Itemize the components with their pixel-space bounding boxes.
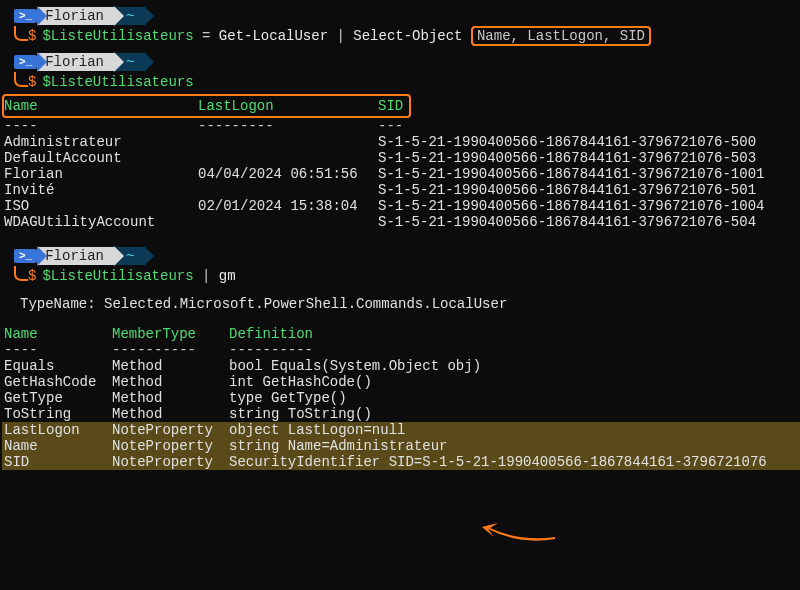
assign-op: =: [194, 28, 219, 44]
cell-type: Method: [112, 374, 229, 390]
cell-type: Method: [112, 358, 229, 374]
cell-name: Invité: [4, 182, 198, 198]
prompt-user: Florian: [37, 53, 114, 71]
cell-sid: S-1-5-21-1990400566-1867844161-379672107…: [378, 182, 756, 198]
table-row: WDAGUtilityAccountS-1-5-21-1990400566-18…: [2, 214, 800, 230]
underline: ---------: [198, 118, 378, 134]
underline: ---: [378, 118, 403, 134]
cell-name: GetHashCode: [4, 374, 112, 390]
underline: ----: [4, 118, 198, 134]
col-header-definition: Definition: [229, 326, 313, 342]
prompt-segments: >_ Florian ~: [14, 246, 800, 266]
col-header-name: Name: [4, 98, 198, 114]
prompt-connector-icon: [14, 26, 28, 46]
cell-name: Name: [4, 438, 112, 454]
col-header-membertype: MemberType: [112, 326, 229, 342]
powershell-badge-icon: >_: [14, 249, 37, 263]
cmdlet-1: Get-LocalUser: [219, 28, 328, 44]
table-row-highlighted: SIDNotePropertySecurityIdentifier SID=S-…: [2, 454, 800, 470]
prompt-dollar: $: [28, 268, 36, 284]
separator-icon: [37, 6, 47, 26]
cell-name: LastLogon: [4, 422, 112, 438]
prompt-user: Florian: [37, 7, 114, 25]
separator-icon: [37, 246, 47, 266]
prompt-segments: >_ Florian ~: [14, 52, 800, 72]
table-underline: ---- ---------- ----------: [2, 342, 800, 358]
cell-lastlogon: [198, 134, 378, 150]
cmdlet-gm: gm: [219, 268, 236, 284]
annotation-arrow-icon: [480, 517, 560, 551]
cell-sid: S-1-5-21-1990400566-1867844161-379672107…: [378, 166, 764, 182]
select-params: Name, LastLogon, SID: [477, 28, 645, 44]
table-row: InvitéS-1-5-21-1990400566-1867844161-379…: [2, 182, 800, 198]
prompt-dollar: $: [28, 74, 36, 90]
prompt-user: Florian: [37, 247, 114, 265]
table-row: EqualsMethodbool Equals(System.Object ob…: [2, 358, 800, 374]
cell-name: DefaultAccount: [4, 150, 198, 166]
cell-def: SecurityIdentifier SID=S-1-5-21-19904005…: [229, 454, 767, 470]
cell-def: string ToString(): [229, 406, 372, 422]
pipe-op: |: [328, 28, 353, 44]
table-row: ToStringMethodstring ToString(): [2, 406, 800, 422]
underline: ----------: [112, 342, 229, 358]
cell-type: Method: [112, 390, 229, 406]
cell-name: WDAGUtilityAccount: [4, 214, 198, 230]
prompt-block-1: >_ Florian ~ $ $ListeUtilisateurs = Get-…: [0, 6, 800, 46]
col-header-name: Name: [4, 326, 112, 342]
cell-type: Method: [112, 406, 229, 422]
cell-def: string Name=Administrateur: [229, 438, 447, 454]
command-line-3[interactable]: $ $ListeUtilisateurs | gm: [14, 266, 800, 286]
cell-type: NoteProperty: [112, 438, 229, 454]
separator-icon: [114, 246, 124, 266]
table-row: ISO02/01/2024 15:38:04S-1-5-21-199040056…: [2, 198, 800, 214]
cell-lastlogon: [198, 182, 378, 198]
separator-icon: [144, 246, 154, 266]
col-header-sid: SID: [378, 98, 403, 114]
cell-name: GetType: [4, 390, 112, 406]
cell-lastlogon: 02/01/2024 15:38:04: [198, 198, 378, 214]
powershell-badge-icon: >_: [14, 9, 37, 23]
separator-icon: [114, 52, 124, 72]
cell-sid: S-1-5-21-1990400566-1867844161-379672107…: [378, 214, 756, 230]
cell-lastlogon: [198, 150, 378, 166]
variable-name: $ListeUtilisateurs: [42, 268, 193, 284]
cell-name: ToString: [4, 406, 112, 422]
command-line-1[interactable]: $ $ListeUtilisateurs = Get-LocalUser | S…: [14, 26, 800, 46]
prompt-dollar: $: [28, 28, 36, 44]
table-row: AdministrateurS-1-5-21-1990400566-186784…: [2, 134, 800, 150]
cell-name: Administrateur: [4, 134, 198, 150]
cell-lastlogon: [198, 214, 378, 230]
variable-name: $ListeUtilisateurs: [42, 74, 193, 90]
separator-icon: [144, 52, 154, 72]
cell-def: type GetType(): [229, 390, 347, 406]
separator-icon: [114, 6, 124, 26]
prompt-block-2: >_ Florian ~ $ $ListeUtilisateurs: [0, 52, 800, 92]
separator-icon: [144, 6, 154, 26]
command-line-2[interactable]: $ $ListeUtilisateurs: [14, 72, 800, 92]
prompt-segments: >_ Florian ~: [14, 6, 800, 26]
cell-sid: S-1-5-21-1990400566-1867844161-379672107…: [378, 198, 764, 214]
cell-name: ISO: [4, 198, 198, 214]
underline: ----: [4, 342, 112, 358]
table-underline: ---- --------- ---: [2, 118, 800, 134]
cell-def: object LastLogon=null: [229, 422, 405, 438]
prompt-connector-icon: [14, 266, 28, 286]
cell-type: NoteProperty: [112, 422, 229, 438]
table-row-highlighted: NameNotePropertystring Name=Administrate…: [2, 438, 800, 454]
underline: ----------: [229, 342, 313, 358]
cell-sid: S-1-5-21-1990400566-1867844161-379672107…: [378, 134, 756, 150]
output-table-2: Name MemberType Definition ---- --------…: [2, 326, 800, 470]
table-row: GetHashCodeMethodint GetHashCode(): [2, 374, 800, 390]
typename-output: TypeName: Selected.Microsoft.PowerShell.…: [20, 296, 800, 312]
highlighted-params: Name, LastLogon, SID: [471, 26, 651, 46]
cell-name: Equals: [4, 358, 112, 374]
separator-icon: [37, 52, 47, 72]
cell-lastlogon: 04/04/2024 06:51:56: [198, 166, 378, 182]
table-row: DefaultAccountS-1-5-21-1990400566-186784…: [2, 150, 800, 166]
cmdlet-2: Select-Object: [353, 28, 462, 44]
table-header-highlighted: Name LastLogon SID: [2, 94, 411, 118]
prompt-connector-icon: [14, 72, 28, 92]
cell-name: Florian: [4, 166, 198, 182]
table-row: GetTypeMethodtype GetType(): [2, 390, 800, 406]
variable-name: $ListeUtilisateurs: [42, 28, 193, 44]
